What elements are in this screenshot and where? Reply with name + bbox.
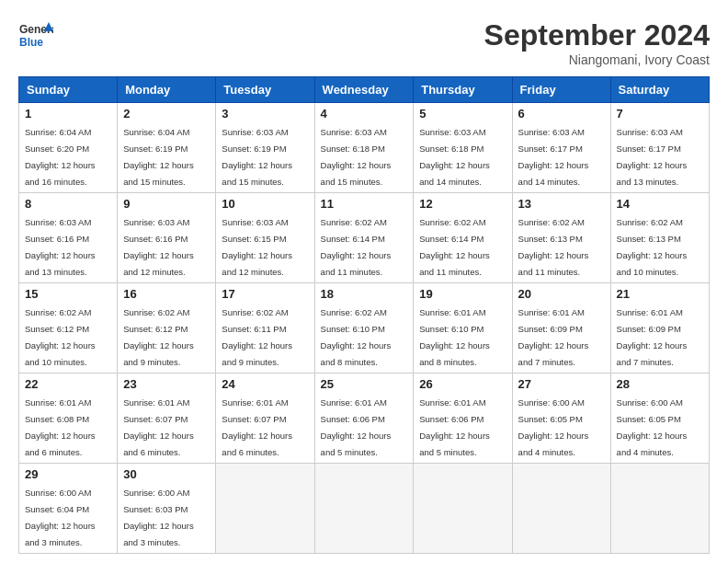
table-row: 8Sunrise: 6:03 AMSunset: 6:16 PMDaylight… <box>19 193 118 283</box>
day-number: 18 <box>321 287 408 301</box>
day-number: 14 <box>617 197 703 211</box>
location-subtitle: Niangomani, Ivory Coast <box>484 52 710 67</box>
col-friday: Friday <box>512 77 610 103</box>
day-detail: Sunrise: 6:01 AMSunset: 6:10 PMDaylight:… <box>419 307 490 367</box>
day-detail: Sunrise: 6:01 AMSunset: 6:06 PMDaylight:… <box>321 397 392 457</box>
table-row: 7Sunrise: 6:03 AMSunset: 6:17 PMDaylight… <box>610 103 709 193</box>
table-row: 13Sunrise: 6:02 AMSunset: 6:13 PMDayligh… <box>512 193 610 283</box>
table-row: 23Sunrise: 6:01 AMSunset: 6:07 PMDayligh… <box>118 373 216 464</box>
calendar-header-row: Sunday Monday Tuesday Wednesday Thursday… <box>19 77 710 103</box>
day-detail: Sunrise: 6:00 AMSunset: 6:04 PMDaylight:… <box>25 488 96 547</box>
table-row <box>314 464 414 554</box>
day-number: 4 <box>321 107 408 121</box>
day-detail: Sunrise: 6:04 AMSunset: 6:20 PMDaylight:… <box>25 127 96 187</box>
table-row: 14Sunrise: 6:02 AMSunset: 6:13 PMDayligh… <box>610 193 709 283</box>
table-row: 22Sunrise: 6:01 AMSunset: 6:08 PMDayligh… <box>19 373 118 464</box>
day-detail: Sunrise: 6:02 AMSunset: 6:14 PMDaylight:… <box>419 217 490 277</box>
day-detail: Sunrise: 6:00 AMSunset: 6:05 PMDaylight:… <box>518 397 589 457</box>
day-number: 15 <box>25 287 111 301</box>
table-row: 26Sunrise: 6:01 AMSunset: 6:06 PMDayligh… <box>414 373 512 464</box>
day-detail: Sunrise: 6:02 AMSunset: 6:13 PMDaylight:… <box>617 217 688 277</box>
table-row: 11Sunrise: 6:02 AMSunset: 6:14 PMDayligh… <box>314 193 414 283</box>
day-detail: Sunrise: 6:01 AMSunset: 6:09 PMDaylight:… <box>518 307 589 367</box>
day-number: 23 <box>123 377 210 391</box>
logo: General Blue <box>18 18 53 57</box>
day-number: 30 <box>123 467 210 481</box>
day-detail: Sunrise: 6:00 AMSunset: 6:03 PMDaylight:… <box>123 488 194 547</box>
calendar-table: Sunday Monday Tuesday Wednesday Thursday… <box>18 76 710 554</box>
day-detail: Sunrise: 6:03 AMSunset: 6:15 PMDaylight:… <box>222 217 292 277</box>
logo-icon: General Blue <box>18 18 53 53</box>
col-monday: Monday <box>118 77 216 103</box>
day-number: 28 <box>617 377 703 391</box>
day-detail: Sunrise: 6:02 AMSunset: 6:12 PMDaylight:… <box>123 307 194 367</box>
day-number: 10 <box>222 197 308 211</box>
day-number: 16 <box>123 287 210 301</box>
day-detail: Sunrise: 6:03 AMSunset: 6:16 PMDaylight:… <box>123 217 194 277</box>
table-row: 15Sunrise: 6:02 AMSunset: 6:12 PMDayligh… <box>19 283 118 373</box>
day-number: 6 <box>518 107 605 121</box>
day-number: 3 <box>222 107 308 121</box>
table-row: 18Sunrise: 6:02 AMSunset: 6:10 PMDayligh… <box>314 283 414 373</box>
calendar-week-row: 1Sunrise: 6:04 AMSunset: 6:20 PMDaylight… <box>19 103 710 193</box>
day-detail: Sunrise: 6:03 AMSunset: 6:18 PMDaylight:… <box>419 127 490 187</box>
table-row: 20Sunrise: 6:01 AMSunset: 6:09 PMDayligh… <box>512 283 610 373</box>
day-number: 25 <box>321 377 408 391</box>
table-row: 21Sunrise: 6:01 AMSunset: 6:09 PMDayligh… <box>610 283 709 373</box>
day-detail: Sunrise: 6:01 AMSunset: 6:07 PMDaylight:… <box>123 397 194 457</box>
table-row: 17Sunrise: 6:02 AMSunset: 6:11 PMDayligh… <box>216 283 314 373</box>
day-number: 5 <box>419 107 506 121</box>
day-number: 21 <box>617 287 703 301</box>
calendar-week-row: 15Sunrise: 6:02 AMSunset: 6:12 PMDayligh… <box>19 283 710 373</box>
table-row: 2Sunrise: 6:04 AMSunset: 6:19 PMDaylight… <box>118 103 216 193</box>
day-detail: Sunrise: 6:02 AMSunset: 6:13 PMDaylight:… <box>518 217 589 277</box>
day-number: 9 <box>123 197 210 211</box>
day-number: 22 <box>25 377 111 391</box>
calendar-week-row: 8Sunrise: 6:03 AMSunset: 6:16 PMDaylight… <box>19 193 710 283</box>
day-number: 11 <box>321 197 408 211</box>
table-row: 6Sunrise: 6:03 AMSunset: 6:17 PMDaylight… <box>512 103 610 193</box>
col-tuesday: Tuesday <box>216 77 314 103</box>
day-detail: Sunrise: 6:03 AMSunset: 6:17 PMDaylight:… <box>617 127 688 187</box>
day-number: 8 <box>25 197 111 211</box>
day-detail: Sunrise: 6:01 AMSunset: 6:09 PMDaylight:… <box>617 307 688 367</box>
table-row: 25Sunrise: 6:01 AMSunset: 6:06 PMDayligh… <box>314 373 414 464</box>
day-detail: Sunrise: 6:02 AMSunset: 6:12 PMDaylight:… <box>25 307 96 367</box>
table-row: 28Sunrise: 6:00 AMSunset: 6:05 PMDayligh… <box>610 373 709 464</box>
col-saturday: Saturday <box>610 77 709 103</box>
calendar-week-row: 22Sunrise: 6:01 AMSunset: 6:08 PMDayligh… <box>19 373 710 464</box>
col-thursday: Thursday <box>414 77 512 103</box>
day-detail: Sunrise: 6:01 AMSunset: 6:07 PMDaylight:… <box>222 397 292 457</box>
day-number: 29 <box>25 467 111 481</box>
title-block: September 2024 Niangomani, Ivory Coast <box>484 18 710 67</box>
day-detail: Sunrise: 6:03 AMSunset: 6:16 PMDaylight:… <box>25 217 96 277</box>
day-number: 13 <box>518 197 605 211</box>
table-row: 30Sunrise: 6:00 AMSunset: 6:03 PMDayligh… <box>118 464 216 554</box>
table-row: 10Sunrise: 6:03 AMSunset: 6:15 PMDayligh… <box>216 193 314 283</box>
day-number: 1 <box>25 107 111 121</box>
day-detail: Sunrise: 6:01 AMSunset: 6:06 PMDaylight:… <box>419 397 490 457</box>
day-detail: Sunrise: 6:00 AMSunset: 6:05 PMDaylight:… <box>617 397 688 457</box>
col-wednesday: Wednesday <box>314 77 414 103</box>
calendar-week-row: 29Sunrise: 6:00 AMSunset: 6:04 PMDayligh… <box>19 464 710 554</box>
table-row: 16Sunrise: 6:02 AMSunset: 6:12 PMDayligh… <box>118 283 216 373</box>
day-number: 20 <box>518 287 605 301</box>
table-row: 4Sunrise: 6:03 AMSunset: 6:18 PMDaylight… <box>314 103 414 193</box>
day-number: 24 <box>222 377 308 391</box>
table-row: 29Sunrise: 6:00 AMSunset: 6:04 PMDayligh… <box>19 464 118 554</box>
day-detail: Sunrise: 6:03 AMSunset: 6:19 PMDaylight:… <box>222 127 292 187</box>
day-number: 26 <box>419 377 506 391</box>
day-number: 27 <box>518 377 605 391</box>
table-row <box>610 464 709 554</box>
table-row: 5Sunrise: 6:03 AMSunset: 6:18 PMDaylight… <box>414 103 512 193</box>
day-detail: Sunrise: 6:02 AMSunset: 6:11 PMDaylight:… <box>222 307 292 367</box>
col-sunday: Sunday <box>19 77 118 103</box>
day-detail: Sunrise: 6:01 AMSunset: 6:08 PMDaylight:… <box>25 397 96 457</box>
day-detail: Sunrise: 6:04 AMSunset: 6:19 PMDaylight:… <box>123 127 194 187</box>
day-number: 12 <box>419 197 506 211</box>
table-row: 19Sunrise: 6:01 AMSunset: 6:10 PMDayligh… <box>414 283 512 373</box>
month-year-title: September 2024 <box>484 18 710 52</box>
table-row: 3Sunrise: 6:03 AMSunset: 6:19 PMDaylight… <box>216 103 314 193</box>
day-detail: Sunrise: 6:02 AMSunset: 6:10 PMDaylight:… <box>321 307 392 367</box>
day-number: 17 <box>222 287 308 301</box>
